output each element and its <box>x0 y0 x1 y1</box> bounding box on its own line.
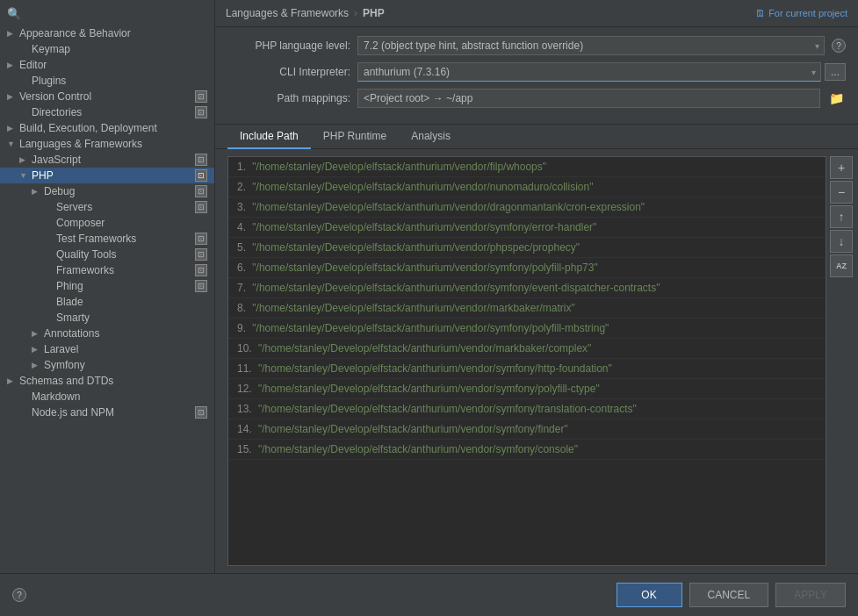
php-level-select-wrap: 7.2 (object type hint, abstract function… <box>357 36 825 55</box>
sidebar-item-markdown[interactable]: Markdown <box>0 389 214 405</box>
sidebar-item-label-annotations: Annotations <box>44 327 207 340</box>
search-icon: 🔍 <box>7 7 21 20</box>
sidebar-item-php[interactable]: ▼PHP⊡ <box>0 168 214 183</box>
sidebar-item-laravel[interactable]: ▶Laravel <box>0 341 214 357</box>
path-list-item[interactable]: 7. "/home/stanley/Develop/elfstack/anthu… <box>228 278 826 298</box>
path-num: 11. <box>237 362 255 375</box>
tree-arrow-laravel: ▶ <box>32 345 44 354</box>
tabs-bar: Include Path PHP Runtime Analysis <box>215 125 858 149</box>
path-list-item[interactable]: 4. "/home/stanley/Develop/elfstack/anthu… <box>228 218 826 238</box>
sidebar-item-label-phing: Phing <box>56 280 191 292</box>
add-path-btn[interactable]: + <box>830 156 853 179</box>
path-str: "/home/stanley/Develop/elfstack/anthuriu… <box>252 201 645 213</box>
sidebar-item-plugins[interactable]: Plugins <box>0 73 214 89</box>
path-folder-btn[interactable]: 📁 <box>827 91 846 105</box>
path-list-item[interactable]: 11. "/home/stanley/Develop/elfstack/anth… <box>228 359 826 379</box>
sidebar-item-blade[interactable]: Blade <box>0 294 214 310</box>
sidebar-item-label-appearance: Appearance & Behavior <box>19 27 207 39</box>
path-list-item[interactable]: 6. "/home/stanley/Develop/elfstack/anthu… <box>228 258 826 278</box>
path-list-item[interactable]: 8. "/home/stanley/Develop/elfstack/anthu… <box>228 298 826 319</box>
tab-include-path[interactable]: Include Path <box>227 125 311 149</box>
tree-arrow-editor: ▶ <box>7 61 19 69</box>
badge-icon-nodejs: ⊡ <box>195 406 207 419</box>
breadcrumb-current: PHP <box>363 7 385 19</box>
tab-analysis[interactable]: Analysis <box>399 125 463 149</box>
for-current-project-btn[interactable]: 🖻 For current project <box>755 8 847 18</box>
path-num: 14. <box>237 423 255 435</box>
path-str: "/home/stanley/Develop/elfstack/anthuriu… <box>252 181 593 193</box>
remove-path-btn[interactable]: − <box>830 181 853 204</box>
path-list-item[interactable]: 12. "/home/stanley/Develop/elfstack/anth… <box>228 379 826 399</box>
sidebar-item-smarty[interactable]: Smarty <box>0 310 214 326</box>
sidebar-item-appearance[interactable]: ▶Appearance & Behavior <box>0 25 214 41</box>
sidebar-item-symfony[interactable]: ▶Symfony <box>0 357 214 373</box>
path-list-item[interactable]: 10. "/home/stanley/Develop/elfstack/anth… <box>228 339 826 359</box>
path-list-item[interactable]: 1. "/home/stanley/Develop/elfstack/anthu… <box>228 157 826 177</box>
cli-select[interactable]: anthurium (7.3.16) <box>357 62 821 82</box>
sidebar-search-area: 🔍 <box>0 4 214 25</box>
badge-icon-version-control: ⊡ <box>195 90 207 103</box>
dialog-help-icon[interactable]: ? <box>12 588 26 602</box>
path-list-item[interactable]: 15. "/home/stanley/Develop/elfstack/anth… <box>228 440 826 460</box>
badge-icon-quality-tools: ⊡ <box>195 248 207 261</box>
action-buttons: + − ↑ ↓ AZ <box>826 149 858 573</box>
sidebar-item-directories[interactable]: Directories⊡ <box>0 104 214 120</box>
path-list-item[interactable]: 5. "/home/stanley/Develop/elfstack/anthu… <box>228 238 826 258</box>
path-list-item[interactable]: 13. "/home/stanley/Develop/elfstack/anth… <box>228 399 826 419</box>
sidebar-item-servers[interactable]: Servers⊡ <box>0 199 214 215</box>
cli-more-btn[interactable]: ... <box>825 63 846 81</box>
apply-button[interactable]: APPLY <box>775 583 846 607</box>
badge-icon-frameworks: ⊡ <box>195 264 207 276</box>
php-level-help-icon[interactable]: ? <box>832 39 846 53</box>
path-list-item[interactable]: 9. "/home/stanley/Develop/elfstack/anthu… <box>228 319 826 339</box>
cli-row: CLI Interpreter: anthurium (7.3.16) ▾ ..… <box>227 62 846 82</box>
move-up-btn[interactable]: ↑ <box>830 205 853 228</box>
sidebar-item-phing[interactable]: Phing⊡ <box>0 278 214 294</box>
sidebar-item-label-editor: Editor <box>19 59 207 71</box>
sidebar-item-label-nodejs: Node.js and NPM <box>32 406 191 419</box>
sidebar-item-version-control[interactable]: ▶Version Control⊡ <box>0 89 214 104</box>
sidebar-item-build[interactable]: ▶Build, Execution, Deployment <box>0 120 214 136</box>
cli-input-wrap: anthurium (7.3.16) ▾ ... <box>357 62 846 82</box>
tree-arrow-javascript: ▶ <box>19 155 32 164</box>
sidebar-item-languages[interactable]: ▼Languages & Frameworks <box>0 136 214 152</box>
sidebar-item-composer[interactable]: Composer <box>0 215 214 231</box>
sidebar-item-schemas[interactable]: ▶Schemas and DTDs <box>0 373 214 389</box>
tab-php-runtime[interactable]: PHP Runtime <box>311 125 399 149</box>
path-str: "/home/stanley/Develop/elfstack/anthuriu… <box>252 161 546 173</box>
sidebar-item-label-javascript: JavaScript <box>32 154 191 166</box>
sidebar-item-debug[interactable]: ▶Debug⊡ <box>0 183 214 199</box>
sidebar-item-keymap[interactable]: Keymap <box>0 41 214 57</box>
sidebar-item-editor[interactable]: ▶Editor <box>0 57 214 73</box>
sidebar-item-annotations[interactable]: ▶Annotations <box>0 326 214 341</box>
main-area: 🔍 ▶Appearance & BehaviorKeymap▶EditorPlu… <box>0 0 858 573</box>
sidebar-item-frameworks[interactable]: Frameworks⊡ <box>0 262 214 278</box>
breadcrumb-parent: Languages & Frameworks <box>226 7 349 19</box>
path-num: 8. <box>237 302 249 314</box>
settings-form: PHP language level: 7.2 (object type hin… <box>215 27 858 125</box>
path-num: 3. <box>237 201 249 213</box>
ok-button[interactable]: OK <box>616 583 682 607</box>
sidebar-item-nodejs[interactable]: Node.js and NPM⊡ <box>0 405 214 420</box>
cli-select-wrap: anthurium (7.3.16) ▾ <box>357 62 821 82</box>
path-list-item[interactable]: 2. "/home/stanley/Develop/elfstack/anthu… <box>228 177 826 197</box>
sidebar-item-test-frameworks[interactable]: Test Frameworks⊡ <box>0 231 214 247</box>
sidebar-item-javascript[interactable]: ▶JavaScript⊡ <box>0 152 214 168</box>
path-num: 7. <box>237 282 249 294</box>
badge-icon-phing: ⊡ <box>195 280 207 292</box>
path-list-item[interactable]: 14. "/home/stanley/Develop/elfstack/anth… <box>228 419 826 440</box>
move-down-btn[interactable]: ↓ <box>830 230 853 253</box>
path-list-container: 1. "/home/stanley/Develop/elfstack/anthu… <box>228 157 826 460</box>
sort-btn[interactable]: AZ <box>830 254 853 277</box>
sidebar-item-label-frameworks: Frameworks <box>56 264 191 276</box>
path-list-item[interactable]: 3. "/home/stanley/Develop/elfstack/anthu… <box>228 197 826 218</box>
php-level-select[interactable]: 7.2 (object type hint, abstract function… <box>357 36 825 55</box>
cancel-button[interactable]: CANCEL <box>689 583 769 607</box>
sidebar-item-quality-tools[interactable]: Quality Tools⊡ <box>0 247 214 262</box>
tree-arrow-appearance: ▶ <box>7 29 19 38</box>
path-str: "/home/stanley/Develop/elfstack/anthuriu… <box>258 383 600 395</box>
sidebar-item-label-debug: Debug <box>44 185 191 197</box>
tree-arrow-php: ▼ <box>19 171 32 180</box>
badge-icon-javascript: ⊡ <box>195 154 207 166</box>
breadcrumb-sep: › <box>354 7 357 19</box>
